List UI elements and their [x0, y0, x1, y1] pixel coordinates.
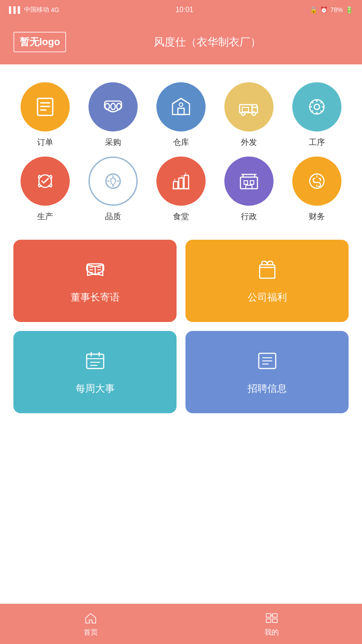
mine-icon	[265, 611, 279, 625]
svg-rect-20	[184, 175, 189, 189]
svg-rect-45	[266, 613, 271, 617]
header: 暂无logo 风度仕（衣华制衣厂）	[0, 20, 362, 64]
nav-mine-label: 我的	[265, 628, 279, 637]
svg-point-15	[314, 104, 320, 110]
chairman-message-label: 董事长寄语	[71, 291, 120, 304]
outsource-icon-circle	[224, 82, 274, 131]
finance-label: 财务	[309, 211, 325, 222]
canteen-icon-circle: 1 2 3	[156, 157, 206, 206]
outsource-icon	[237, 95, 261, 119]
main-content: 订单 采购	[0, 64, 362, 517]
company-welfare-label: 公司福利	[248, 291, 287, 304]
svg-point-4	[105, 103, 109, 110]
nav-item-finance[interactable]: 财务	[285, 157, 349, 222]
company-welfare-btn[interactable]: 公司福利	[185, 240, 349, 322]
nav-mine[interactable]: 我的	[181, 604, 362, 644]
purchase-label: 采购	[105, 137, 121, 148]
svg-text:2: 2	[181, 175, 183, 178]
chairman-message-icon	[83, 258, 107, 282]
outsource-label: 外发	[241, 137, 257, 148]
svg-point-9	[179, 103, 183, 106]
svg-rect-34	[87, 354, 104, 369]
quality-label: 品质	[105, 211, 121, 222]
admin-icon	[237, 169, 261, 193]
status-battery: 🔒 ⏰ 78% 🔋	[310, 6, 353, 13]
purchase-icon-circle	[88, 82, 138, 131]
svg-text:1: 1	[174, 178, 176, 182]
nav-item-process[interactable]: 工序	[285, 82, 349, 148]
svg-text:3: 3	[185, 172, 186, 175]
warehouse-icon-circle	[156, 82, 206, 131]
logo-placeholder: 暂无logo	[13, 32, 66, 52]
weekly-events-label: 每周大事	[76, 382, 115, 395]
svg-point-11	[241, 112, 245, 115]
nav-home-label: 首页	[84, 628, 98, 637]
process-label: 工序	[309, 137, 325, 148]
quality-icon	[101, 169, 125, 193]
recruitment-label: 招聘信息	[248, 382, 287, 395]
canteen-label: 食堂	[173, 211, 189, 222]
bottom-nav: 首页 我的	[0, 604, 362, 644]
finance-icon	[305, 169, 329, 193]
nav-item-admin[interactable]: 行政	[217, 157, 281, 222]
nav-item-purchase[interactable]: 采购	[81, 82, 145, 148]
admin-icon-circle	[224, 157, 274, 206]
icon-grid: 订单 采购	[13, 82, 349, 222]
recruitment-icon	[255, 349, 279, 373]
svg-rect-27	[250, 181, 254, 184]
process-icon	[305, 95, 329, 119]
purchase-icon	[101, 95, 125, 119]
nav-item-outsource[interactable]: 外发	[217, 82, 281, 148]
svg-rect-25	[240, 177, 257, 189]
chairman-message-btn[interactable]: 董事长寄语	[13, 240, 177, 322]
production-icon	[33, 169, 57, 193]
large-buttons: 董事长寄语 公司福利 每周大事	[13, 240, 349, 413]
order-icon	[33, 95, 57, 119]
home-icon	[84, 611, 98, 625]
svg-rect-26	[244, 181, 248, 184]
status-time: 10:01	[176, 6, 194, 14]
svg-rect-13	[242, 107, 248, 112]
svg-rect-18	[173, 182, 178, 189]
svg-rect-46	[272, 613, 277, 617]
svg-rect-48	[272, 619, 277, 622]
finance-icon-circle	[292, 157, 341, 206]
order-label: 订单	[37, 137, 53, 148]
admin-label: 行政	[241, 211, 257, 222]
process-icon-circle	[292, 82, 341, 131]
warehouse-icon	[169, 95, 193, 119]
nav-item-production[interactable]: 生产	[13, 157, 77, 222]
svg-point-6	[117, 103, 121, 110]
nav-item-warehouse[interactable]: 仓库	[149, 82, 213, 148]
svg-point-5	[111, 103, 115, 110]
canteen-icon: 1 2 3	[169, 169, 193, 193]
quality-icon-circle	[88, 157, 138, 206]
nav-home[interactable]: 首页	[0, 604, 181, 644]
weekly-events-icon	[83, 349, 107, 373]
company-welfare-icon	[255, 258, 279, 282]
nav-item-order[interactable]: 订单	[13, 82, 77, 148]
recruitment-btn[interactable]: 招聘信息	[185, 331, 349, 413]
content-spacer	[0, 517, 362, 604]
svg-rect-19	[179, 178, 183, 189]
weekly-events-btn[interactable]: 每周大事	[13, 331, 177, 413]
nav-item-canteen[interactable]: 1 2 3 食堂	[149, 157, 213, 222]
status-carrier: ▌▌▌ 中国移动 4G	[9, 6, 59, 14]
production-icon-circle	[21, 157, 70, 206]
svg-point-12	[252, 112, 256, 115]
svg-rect-8	[178, 108, 184, 114]
status-bar: ▌▌▌ 中国移动 4G 10:01 🔒 ⏰ 78% 🔋	[0, 0, 362, 20]
svg-rect-47	[266, 619, 271, 622]
nav-item-quality[interactable]: 品质	[81, 157, 145, 222]
order-icon-circle	[21, 82, 70, 131]
company-title: 风度仕（衣华制衣厂）	[66, 35, 349, 49]
production-label: 生产	[37, 211, 53, 222]
warehouse-label: 仓库	[173, 137, 189, 148]
